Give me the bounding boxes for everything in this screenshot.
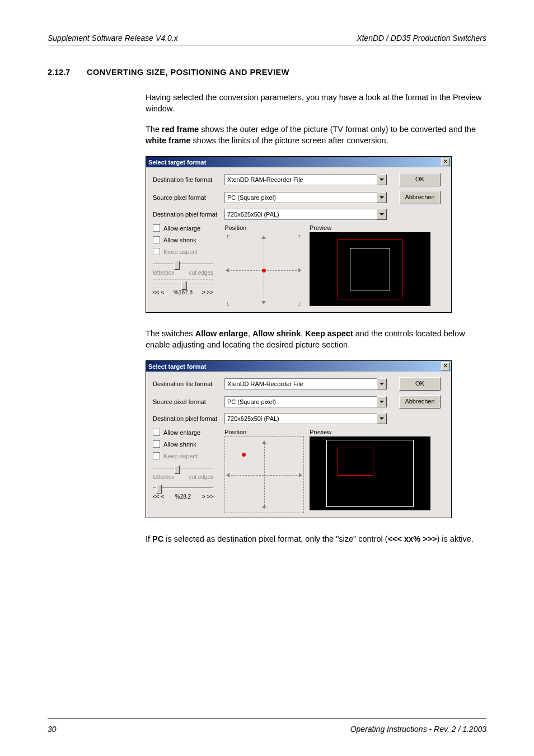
chevron-down-icon[interactable] bbox=[377, 378, 387, 389]
combo-dest-file-value: XtenDD RAM-Recorder File bbox=[224, 174, 377, 185]
slider-aspect-labels: letterbox cut edges bbox=[153, 270, 213, 276]
checkbox-allow-enlarge[interactable]: Allow enlarge bbox=[153, 224, 224, 232]
chevron-down-icon[interactable] bbox=[377, 209, 387, 220]
red-frame bbox=[338, 448, 373, 476]
slider-aspect[interactable] bbox=[153, 260, 213, 269]
label-dest-file: Destination file format bbox=[153, 381, 224, 387]
preview-area bbox=[310, 436, 430, 510]
slider-size[interactable] bbox=[153, 483, 213, 492]
checkbox-allow-shrink[interactable]: Allow shrink bbox=[153, 440, 224, 448]
close-icon[interactable]: × bbox=[441, 158, 450, 166]
checkbox-allow-enlarge[interactable]: Allow enlarge bbox=[153, 429, 224, 436]
close-icon[interactable]: × bbox=[441, 362, 450, 370]
dialog-select-target-format: Select target format × Destination file … bbox=[146, 156, 452, 313]
header-right: XtenDD / DD35 Production Switchers bbox=[357, 34, 486, 43]
chevron-down-icon[interactable] bbox=[377, 413, 387, 424]
dialog-title: Select target format bbox=[148, 363, 206, 370]
screenshot-1: Select target format × Destination file … bbox=[146, 156, 486, 313]
combo-dest-file[interactable]: XtenDD RAM-Recorder File bbox=[224, 378, 387, 389]
size-control[interactable]: << < %28.2 > >> bbox=[153, 494, 213, 500]
dialog-select-target-format-2: Select target format × Destination file … bbox=[146, 360, 452, 518]
combo-src-pixel[interactable]: PC (Square pixel) bbox=[224, 192, 387, 203]
checkbox-allow-shrink[interactable]: Allow shrink bbox=[153, 236, 224, 243]
footer-right: Operating Instructions - Rev. 2 / 1.2003 bbox=[350, 725, 486, 734]
combo-dest-pixel[interactable]: 720x625x50i (PAL) bbox=[224, 209, 387, 220]
section-heading: 2.12.7 CONVERTING SIZE, POSITIONING AND … bbox=[48, 68, 486, 77]
label-src-pixel: Source pixel format bbox=[153, 194, 224, 201]
section-title: CONVERTING SIZE, POSITIONING AND PREVIEW bbox=[87, 68, 289, 77]
position-dot-icon[interactable] bbox=[262, 269, 266, 273]
combo-dest-pixel[interactable]: 720x625x50i (PAL) bbox=[224, 413, 387, 424]
label-dest-file: Destination file format bbox=[153, 176, 224, 183]
label-position: Position bbox=[224, 429, 310, 435]
dialog-titlebar: Select target format × bbox=[146, 157, 451, 167]
size-control[interactable]: << < %167.8 > >> bbox=[153, 289, 213, 295]
cancel-button[interactable]: Abbrechen bbox=[399, 191, 441, 204]
label-dest-pixel: Destination pixel format bbox=[153, 415, 224, 422]
label-position: Position bbox=[224, 224, 310, 231]
paragraph-1: Having selected the conversion parameter… bbox=[146, 92, 486, 114]
paragraph-2: The red frame shows the outer edge of th… bbox=[146, 124, 486, 146]
preview-area bbox=[310, 232, 430, 306]
position-control[interactable]: ┌ ┐ └ ┘ bbox=[224, 232, 303, 308]
chevron-down-icon[interactable] bbox=[377, 174, 387, 185]
slider-size[interactable] bbox=[153, 279, 213, 288]
chevron-down-icon[interactable] bbox=[377, 192, 387, 203]
dialog-title: Select target format bbox=[148, 159, 206, 166]
ok-button[interactable]: OK bbox=[399, 377, 441, 391]
checkbox-keep-aspect: Keep aspect bbox=[153, 452, 224, 459]
combo-src-pixel-value: PC (Square pixel) bbox=[224, 192, 377, 203]
page-footer: 30 Operating Instructions - Rev. 2 / 1.2… bbox=[48, 719, 486, 734]
label-src-pixel: Source pixel format bbox=[153, 398, 224, 405]
slider-aspect[interactable] bbox=[153, 464, 213, 473]
cancel-button[interactable]: Abbrechen bbox=[399, 395, 441, 408]
slider-aspect-labels: letterbox cut edges bbox=[153, 474, 213, 480]
paragraph-4: If PC is selected as destination pixel f… bbox=[146, 534, 486, 545]
label-preview: Preview bbox=[310, 224, 447, 231]
page-number: 30 bbox=[48, 725, 57, 734]
section-number: 2.12.7 bbox=[48, 68, 87, 77]
white-frame bbox=[350, 248, 390, 290]
combo-dest-file[interactable]: XtenDD RAM-Recorder File bbox=[224, 174, 387, 185]
position-control[interactable] bbox=[224, 436, 304, 513]
ok-button[interactable]: OK bbox=[399, 173, 441, 186]
label-preview: Preview bbox=[310, 429, 447, 435]
label-dest-pixel: Destination pixel format bbox=[153, 211, 224, 218]
combo-dest-pixel-value: 720x625x50i (PAL) bbox=[224, 209, 377, 220]
combo-src-pixel[interactable]: PC (Square pixel) bbox=[224, 396, 387, 407]
screenshot-2: Select target format × Destination file … bbox=[146, 360, 486, 518]
paragraph-3: The switches Allow enlarge, Allow shrink… bbox=[146, 328, 486, 350]
position-dot-icon[interactable] bbox=[242, 453, 246, 457]
chevron-down-icon[interactable] bbox=[377, 396, 387, 407]
page-header: Supplement Software Release V4.0.x XtenD… bbox=[48, 34, 486, 45]
dialog-titlebar: Select target format × bbox=[146, 361, 451, 372]
checkbox-keep-aspect: Keep aspect bbox=[153, 248, 224, 255]
header-left: Supplement Software Release V4.0.x bbox=[48, 34, 178, 43]
